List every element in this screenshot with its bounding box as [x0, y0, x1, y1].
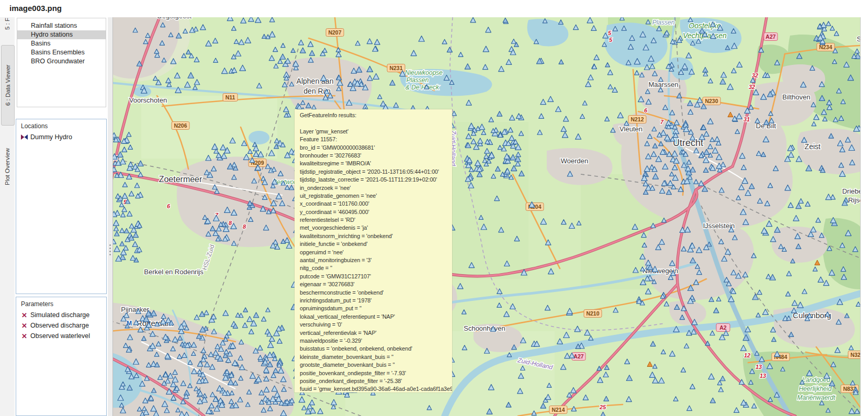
map-viewport[interactable]: OegstgeestVoorschotenAlphen aanden RijnZ…: [110, 17, 860, 416]
exit-number: 13: [760, 373, 766, 379]
road-shield-a2: A2: [716, 324, 730, 332]
svg-text:N212: N212: [630, 116, 644, 122]
sidebar: Rainfall stationsHydro stationsBasinsBas…: [15, 17, 108, 416]
popup-line: kwaliteitsnorm_inrichting = 'onbekend': [300, 232, 452, 240]
exit-number: 6: [167, 203, 171, 209]
map-label: Vleuten: [619, 125, 642, 133]
svg-text:A2: A2: [719, 324, 727, 331]
map-label: Zeist: [805, 142, 820, 151]
map-label: Plassen: [407, 76, 429, 84]
map-label: Berkel en Rodenrijs: [144, 268, 204, 276]
road-shield-n206: N206: [172, 122, 189, 130]
x-icon: ✕: [20, 322, 29, 329]
popup-line: fuuid = 'gmw_kenset.bd395a90-36a6-46ad-a…: [300, 385, 452, 392]
layer-item-rainfall-stations[interactable]: Rainfall stations: [17, 21, 106, 30]
parameter-item[interactable]: ✕Observed discharge: [16, 320, 106, 331]
exit-number: 8: [229, 220, 232, 226]
popup-line: referentiestelsel = 'RD': [300, 216, 452, 224]
popup-line: verticaal_referentievlak = 'NAP': [300, 329, 452, 337]
popup-line: lokaal_verticaal_referentiepunt = 'NAP': [300, 313, 452, 321]
map-label: Plassen: [652, 19, 675, 26]
side-tab-plot-overview[interactable]: Plot Overview: [1, 135, 14, 199]
popup-line: verschuiving = '0': [300, 321, 452, 329]
exit-number: 5: [609, 37, 613, 43]
road-shield-n210: N210: [584, 310, 602, 318]
svg-text:A27: A27: [765, 33, 775, 40]
popup-line: positie_onderkant_diepste_filter = '-25.…: [300, 377, 452, 385]
popup-line: beschermconstructie = 'onbekend': [300, 289, 452, 297]
svg-text:N206: N206: [174, 122, 187, 129]
popup-line: Feature 11557:: [300, 136, 452, 143]
map-label: Mariënwaerdt: [797, 394, 836, 401]
layer-item-basins[interactable]: Basins: [17, 39, 106, 48]
map-label: Oostelijke: [689, 21, 721, 30]
map-label: Woerden: [561, 157, 589, 165]
exit-number: 8: [243, 223, 246, 230]
location-item[interactable]: Dummy Hydro: [16, 132, 106, 142]
vertical-tab-strip: 5 : F6 : Data ViewerPlot Overview: [0, 17, 15, 416]
map-label: IJsselstein: [703, 222, 735, 230]
map-label: & De Haeck: [405, 84, 439, 91]
popup-line: putcode = 'GMW31C127107': [300, 273, 452, 280]
popup-line: bro_id = 'GMW000000038681': [300, 144, 452, 152]
title-bar: image003.png: [0, 0, 868, 18]
map-svg[interactable]: OegstgeestVoorschotenAlphen aanden RijnZ…: [110, 17, 860, 416]
map-label: Soest: [856, 35, 860, 43]
road-shield-n207: N207: [326, 29, 344, 37]
road-shield-a27: A27: [764, 33, 777, 41]
layer-item-hydro-stations[interactable]: Hydro stations: [17, 30, 106, 39]
popup-line: eigenaar = '30276683': [300, 280, 452, 288]
layer-item-basins-ensembles[interactable]: Basins Ensembles: [17, 48, 106, 57]
map-label: Bilthoven: [782, 93, 810, 101]
window-title: image003.png: [9, 4, 62, 13]
layer-item-bro-groundwater[interactable]: BRO Groundwater: [17, 57, 106, 66]
svg-text:N230: N230: [705, 98, 718, 104]
road-shield-n212: N212: [628, 116, 646, 123]
popup-line: uit_registratie_genomen = 'nee': [300, 192, 452, 200]
map-label: Rijsenburg: [848, 196, 860, 204]
popup-line: buisstatus = 'onbekend, onbekend, onbeke…: [300, 345, 452, 353]
getfeatureinfo-popup: GetFeatureInfo results: Layer 'gmw_kense…: [295, 109, 452, 392]
popup-line: Layer 'gmw_kenset': [300, 128, 452, 136]
exit-number: 6: [644, 107, 648, 114]
popup-line: [300, 119, 452, 127]
locations-panel: Locations Dummy Hydro: [16, 119, 107, 294]
road-shield-n230: N230: [703, 97, 720, 105]
panel-splitter[interactable]: [108, 17, 113, 416]
popup-line: nitg_code = '': [300, 264, 452, 272]
location-flag-icon: [20, 134, 29, 140]
parameters-panel: Parameters ✕Simulated discharge✕Observed…: [16, 297, 107, 416]
map-label: Alphen aan: [297, 77, 334, 85]
exit-number: 7: [660, 119, 664, 125]
popup-line: in_onderzoek = 'nee': [300, 184, 452, 192]
map-label: Driebergen-: [842, 187, 860, 195]
road-shield-n234: N234: [817, 43, 835, 51]
x-icon: ✕: [20, 333, 29, 340]
popup-line: GetFeatureInfo results:: [300, 111, 452, 119]
svg-text:A27: A27: [573, 353, 583, 359]
parameter-item[interactable]: ✕Observed waterlevel: [16, 331, 106, 341]
map-label: Voorschoten: [129, 96, 167, 104]
popup-line: kwaliteitsregime = 'IMBRO/A': [300, 160, 452, 167]
side-tab-6-data-viewer[interactable]: 6 : Data Viewer: [1, 45, 15, 126]
exit-number: 31: [743, 116, 750, 122]
side-tab-5-f[interactable]: 5 : F: [1, 17, 14, 30]
parameter-item[interactable]: ✕Simulated discharge: [16, 310, 106, 320]
right-margin: [860, 17, 868, 416]
road-shield-n11: N11: [223, 94, 238, 102]
exit-number: 5: [608, 30, 612, 36]
layer-list[interactable]: Rainfall stationsHydro stationsBasinsBas…: [17, 18, 106, 107]
popup-line: maaiveldpositie = '-0.329': [300, 337, 452, 345]
map-label: Zoetermeer: [159, 175, 202, 184]
splitter-grip-icon: [109, 244, 111, 257]
popup-line: kleinste_diameter_bovenkant_buis = '': [300, 353, 452, 361]
popup-line: positie_bovenkant_ondiepste_filter = '-7…: [300, 369, 452, 377]
map-label: Nieuwkoopse: [405, 69, 443, 76]
popup-line: tijdstip_registratie_object = '2020-11-1…: [300, 168, 452, 176]
map-label: Schoonhoven: [464, 324, 505, 332]
road-shield-n320: N320: [848, 351, 860, 359]
map-label: Maarssen: [648, 81, 678, 88]
popup-line: tijdstip_laatste_correctie = '2021-05-11…: [300, 176, 452, 184]
map-label: Oegstgeest: [157, 17, 192, 20]
popup-line: bronhouder = '30276683': [300, 152, 452, 160]
